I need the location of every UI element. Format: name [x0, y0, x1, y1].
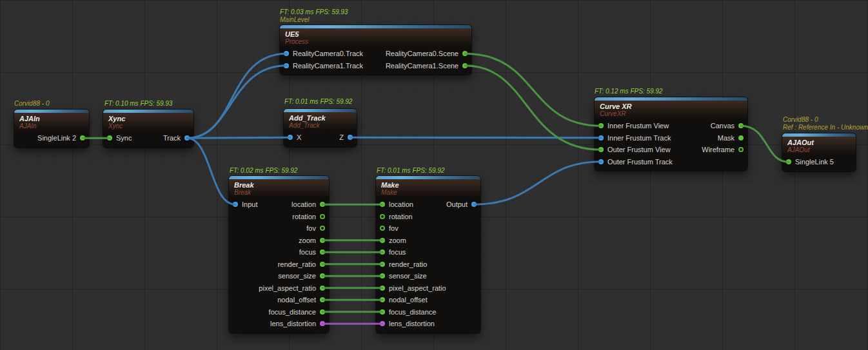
port-label: nodal_offset: [389, 296, 428, 304]
port-row: render_ratio: [229, 258, 329, 271]
port-label: Outer Frustum View: [607, 146, 671, 153]
wire-ue5-cam0-scene-to-curvexr-inner-view[interactable]: [465, 53, 601, 126]
port-ue5-cam1-track-in[interactable]: [284, 63, 289, 68]
node-make[interactable]: Make Make location Output rotation fov z…: [376, 176, 480, 333]
port-break-rotation-out[interactable]: [320, 214, 325, 219]
port-break-location-out[interactable]: [320, 202, 325, 207]
node-subtitle: Xync: [108, 122, 188, 130]
port-ue5-cam0-scene-out[interactable]: [462, 51, 468, 56]
wire-xync-to-ue5-cam0-track[interactable]: [187, 53, 286, 138]
port-curvexr-inner-frustum-view-in[interactable]: [598, 123, 604, 128]
node-ue5[interactable]: UE5 Process RealityCamera0.Track Reality…: [280, 25, 471, 75]
port-label: nodal_offset: [277, 296, 316, 304]
port-break-render-ratio-out[interactable]: [320, 262, 325, 267]
port-curvexr-wireframe-out[interactable]: [738, 147, 744, 152]
port-row: Outer Frustum Track: [595, 156, 747, 168]
label-addtrack-ft: FT: 0.01 ms FPS: 59.92: [284, 98, 352, 106]
node-add-track[interactable]: Add_Track Add_Track X Z: [284, 109, 357, 147]
wire-make-output-to-curvexr-outer-track[interactable]: [474, 162, 601, 205]
port-break-zoom-out[interactable]: [320, 238, 325, 243]
port-label: RealityCamera1.Scene: [386, 62, 459, 70]
port-row: RealityCamera1.Track RealityCamera1.Scen…: [280, 60, 471, 72]
port-label: Input: [242, 200, 257, 208]
port-label: fov: [389, 224, 399, 232]
node-title: Xync: [108, 115, 188, 122]
port-label: focus_distance: [389, 308, 436, 316]
port-break-lens-distortion-out[interactable]: [320, 321, 325, 326]
wire-xync-to-addtrack-x[interactable]: [187, 137, 290, 138]
port-make-sensor-size-in[interactable]: [380, 273, 385, 278]
port-make-pixel-aspect-ratio-in[interactable]: [380, 286, 385, 291]
port-make-nodal-offset-in[interactable]: [380, 297, 385, 302]
port-row: focus: [229, 246, 329, 258]
port-curvexr-mask-out[interactable]: [738, 135, 744, 141]
wire-addtrack-z-to-curvexr-inner-track[interactable]: [350, 137, 601, 138]
node-subtitle: Process: [285, 38, 466, 45]
port-break-input-in[interactable]: [233, 202, 238, 207]
port-label: Z: [339, 133, 344, 141]
label-ajaout-device: Corvid88 - 0: [783, 116, 818, 124]
port-row: sensor_size: [376, 270, 480, 282]
port-label: zoom: [299, 237, 316, 244]
port-break-sensor-size-out[interactable]: [320, 273, 325, 278]
port-make-focus-in[interactable]: [380, 249, 385, 255]
port-make-zoom-in[interactable]: [380, 238, 385, 243]
port-break-fov-out[interactable]: [320, 226, 325, 231]
port-make-fov-in[interactable]: [380, 226, 385, 231]
node-title: AJAOut: [787, 139, 851, 146]
wire-curvexr-canvas-to-ajaout[interactable]: [741, 126, 789, 162]
port-make-lens-distortion-in[interactable]: [380, 321, 385, 326]
port-ue5-cam1-scene-out[interactable]: [462, 63, 468, 68]
port-row: zoom: [229, 235, 329, 247]
port-curvexr-inner-frustum-track-in[interactable]: [598, 135, 604, 141]
port-xync-sync-in[interactable]: [107, 135, 112, 141]
node-subtitle: AJAIn: [19, 122, 84, 130]
port-make-render-ratio-in[interactable]: [380, 262, 385, 267]
port-ajain-singlelink2-out[interactable]: [80, 135, 85, 141]
port-row: rotation: [376, 211, 480, 223]
wire-ue5-cam1-scene-to-curvexr-outer-view[interactable]: [465, 66, 601, 150]
port-label: Inner Frustum View: [607, 122, 669, 130]
port-addtrack-x-in[interactable]: [288, 135, 293, 140]
port-curvexr-outer-frustum-view-in[interactable]: [598, 147, 604, 152]
port-ajaout-singlelink5-in[interactable]: [786, 159, 791, 164]
label-xync-ft: FT: 0.10 ms FPS: 59.93: [104, 100, 172, 108]
port-ue5-cam0-track-in[interactable]: [284, 51, 289, 56]
port-break-focus-out[interactable]: [320, 249, 325, 255]
port-label: location: [389, 200, 413, 208]
port-break-pixel-aspect-ratio-out[interactable]: [320, 286, 325, 291]
port-label: Wireframe: [702, 146, 735, 153]
port-curvexr-outer-frustum-track-in[interactable]: [598, 159, 604, 164]
port-label: focus_distance: [269, 308, 316, 316]
node-ajaout[interactable]: AJAOut AJAOut SingleLink 5: [782, 133, 856, 171]
port-break-nodal-offset-out[interactable]: [320, 297, 325, 302]
port-label: Sync: [116, 134, 132, 142]
label-ajaout-ref: Ref : Reference In - Unknown: [783, 124, 868, 131]
node-curve-xr[interactable]: Curve XR CurveXR Inner Frustum View Canv…: [595, 97, 747, 171]
node-break[interactable]: Break Break Input location rotation fov …: [229, 176, 329, 333]
wire-xync-to-ue5-cam1-track[interactable]: [187, 66, 286, 139]
port-row: pixel_aspect_ratio: [376, 282, 480, 295]
port-row: Outer Frustum View Wireframe: [595, 144, 747, 156]
port-addtrack-z-out[interactable]: [348, 135, 353, 140]
port-label: RealityCamera0.Scene: [386, 50, 459, 57]
label-break-ft: FT: 0.02 ms FPS: 59.92: [230, 167, 297, 175]
port-xync-track-out[interactable]: [184, 135, 190, 141]
port-make-location-in[interactable]: [380, 202, 385, 207]
node-xync[interactable]: Xync Xync Sync Track: [103, 110, 193, 148]
node-subtitle: CurveXR: [600, 110, 742, 117]
port-label: sensor_size: [389, 272, 427, 280]
port-row: rotation: [229, 211, 329, 223]
port-label: focus: [389, 248, 406, 256]
port-label: Canvas: [711, 122, 735, 130]
port-label: sensor_size: [278, 272, 316, 280]
node-ajain[interactable]: AJAIn AJAIn SingleLink 2: [14, 110, 89, 148]
port-make-focus-distance-in[interactable]: [380, 309, 385, 315]
port-row: Input location: [229, 199, 329, 211]
port-break-focus-distance-out[interactable]: [320, 309, 325, 315]
port-make-output-out[interactable]: [471, 202, 477, 207]
wire-xync-to-break-input[interactable]: [187, 138, 235, 204]
port-make-rotation-in[interactable]: [380, 214, 385, 219]
port-curvexr-canvas-out[interactable]: [738, 123, 744, 128]
port-row: zoom: [376, 235, 480, 247]
